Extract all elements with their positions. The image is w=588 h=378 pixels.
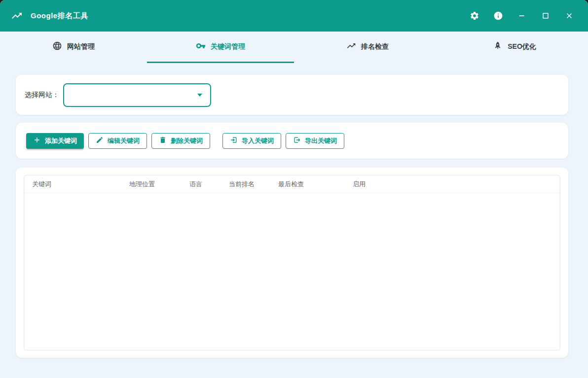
titlebar: Google排名工具 bbox=[0, 0, 588, 32]
keyword-table: 关键词 地理位置 语言 当前排名 最后检查 启用 bbox=[24, 175, 560, 350]
maximize-icon bbox=[541, 11, 550, 20]
delete-keyword-label: 删除关键词 bbox=[171, 137, 203, 145]
settings-button[interactable] bbox=[463, 5, 486, 27]
keyword-table-card: 关键词 地理位置 语言 当前排名 最后检查 启用 bbox=[16, 168, 568, 358]
tab-label: 排名检查 bbox=[361, 42, 389, 51]
column-header-language: 语言 bbox=[182, 180, 221, 189]
site-selector-label: 选择网站： bbox=[25, 91, 59, 100]
info-button[interactable] bbox=[486, 5, 510, 27]
rocket-icon bbox=[493, 41, 503, 52]
tab-label: 关键词管理 bbox=[211, 42, 245, 51]
tab-label: 网站管理 bbox=[67, 42, 95, 51]
import-icon bbox=[230, 136, 238, 145]
info-icon bbox=[493, 11, 503, 21]
trending-up-icon bbox=[11, 10, 23, 22]
column-header-keyword: 关键词 bbox=[24, 180, 121, 189]
column-header-last-check: 最后检查 bbox=[270, 180, 345, 189]
import-keyword-label: 导入关键词 bbox=[242, 137, 274, 145]
close-button[interactable] bbox=[557, 5, 581, 27]
minimize-button[interactable] bbox=[510, 5, 534, 27]
app-title: Google排名工具 bbox=[31, 11, 88, 21]
app-window: Google排名工具 bbox=[0, 0, 588, 378]
table-body-empty bbox=[24, 193, 560, 350]
tab-keyword-management[interactable]: 关键词管理 bbox=[147, 32, 294, 63]
tab-label: SEO优化 bbox=[508, 42, 536, 51]
gear-icon bbox=[470, 11, 479, 21]
edit-keyword-button[interactable]: 编辑关键词 bbox=[88, 133, 147, 149]
tab-website-management[interactable]: 网站管理 bbox=[0, 32, 147, 63]
add-keyword-label: 添加关键词 bbox=[45, 137, 77, 145]
tab-bar: 网站管理 关键词管理 排名检查 SEO优化 bbox=[0, 32, 588, 63]
add-keyword-button[interactable]: 添加关键词 bbox=[26, 133, 84, 149]
plus-icon bbox=[33, 136, 41, 145]
site-select-dropdown[interactable] bbox=[63, 83, 211, 107]
minimize-icon bbox=[517, 11, 526, 20]
tab-rank-check[interactable]: 排名检查 bbox=[294, 32, 441, 63]
maximize-button[interactable] bbox=[534, 5, 557, 27]
table-header-row: 关键词 地理位置 语言 当前排名 最后检查 启用 bbox=[24, 175, 560, 193]
export-icon bbox=[293, 136, 301, 145]
keyword-toolbar-card: 添加关键词 编辑关键词 删除关键词 bbox=[16, 123, 568, 159]
export-keyword-button[interactable]: 导出关键词 bbox=[286, 133, 344, 149]
close-icon bbox=[565, 11, 574, 20]
globe-icon bbox=[52, 41, 62, 52]
column-header-enabled: 启用 bbox=[345, 180, 560, 189]
site-selector-card: 选择网站： bbox=[16, 75, 568, 115]
column-header-location: 地理位置 bbox=[121, 180, 182, 189]
trending-up-icon bbox=[346, 41, 356, 52]
main-content: 选择网站： 添加关键词 编辑关键词 bbox=[0, 63, 588, 378]
import-keyword-button[interactable]: 导入关键词 bbox=[222, 133, 281, 149]
column-header-current-rank: 当前排名 bbox=[221, 180, 270, 189]
key-icon bbox=[196, 41, 206, 52]
window-controls bbox=[463, 5, 581, 27]
tab-seo-optimization[interactable]: SEO优化 bbox=[441, 32, 588, 63]
delete-keyword-button[interactable]: 删除关键词 bbox=[151, 133, 210, 149]
export-keyword-label: 导出关键词 bbox=[305, 137, 337, 145]
trash-icon bbox=[159, 136, 167, 145]
chevron-down-icon bbox=[197, 94, 202, 97]
pencil-icon bbox=[96, 136, 104, 145]
edit-keyword-label: 编辑关键词 bbox=[108, 137, 140, 145]
